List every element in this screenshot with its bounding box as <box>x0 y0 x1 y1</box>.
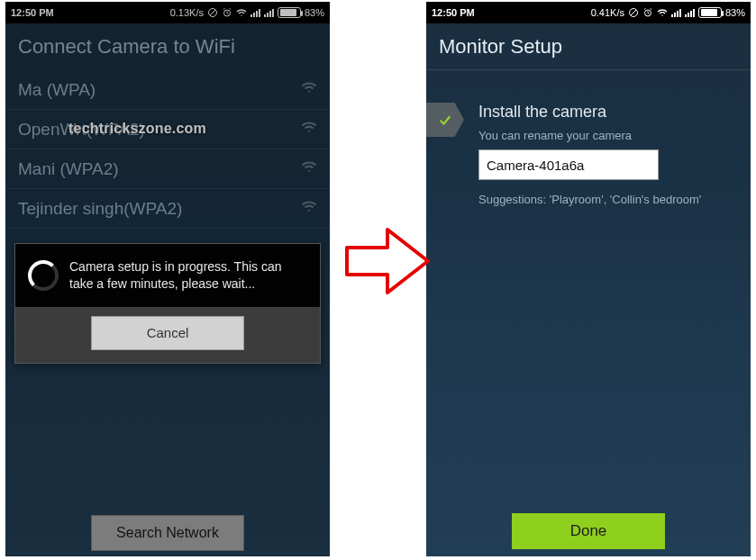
wifi-icon <box>657 7 668 18</box>
spinner-icon <box>28 260 59 291</box>
phone-monitor-setup: 12:50 PM 0.41K/s 83% Monitor Setup Insta… <box>426 2 751 556</box>
cancel-button[interactable]: Cancel <box>91 316 244 350</box>
dialog-footer: Cancel <box>15 307 320 363</box>
page-title-text: Monitor Setup <box>439 35 562 59</box>
camera-name-input[interactable] <box>478 149 659 180</box>
page-title: Monitor Setup <box>426 23 751 70</box>
alarm-icon <box>642 7 653 18</box>
flow-arrow-icon <box>342 221 433 302</box>
install-camera-form: Install the camera You can rename your c… <box>478 103 738 206</box>
svg-line-12 <box>644 9 646 10</box>
search-network-button[interactable]: Search Network <box>91 515 244 551</box>
done-button[interactable]: Done <box>512 513 665 549</box>
check-icon <box>437 112 453 128</box>
status-time: 12:50 PM <box>432 7 475 18</box>
phone-connect-wifi: 12:50 PM 0.13K/s 83% Connect Camera to W… <box>5 2 330 556</box>
status-speed: 0.41K/s <box>591 7 624 18</box>
signal-1-icon <box>671 8 681 17</box>
dnd-icon <box>628 7 639 18</box>
form-suggestions: Suggestions: 'Playroom', 'Collin's bedro… <box>478 193 738 206</box>
battery-pct: 83% <box>725 7 745 18</box>
status-bar: 12:50 PM 0.41K/s 83% <box>426 2 751 23</box>
svg-line-8 <box>631 10 636 15</box>
svg-line-11 <box>648 14 650 14</box>
dialog-message: Camera setup is in progress. This can ta… <box>69 258 307 293</box>
form-subtitle: You can rename your camera <box>478 129 738 142</box>
svg-line-13 <box>650 9 651 10</box>
step-complete-tab <box>426 103 464 137</box>
dialog-body: Camera setup is in progress. This can ta… <box>15 244 320 307</box>
battery-icon <box>698 7 722 18</box>
progress-dialog: Camera setup is in progress. This can ta… <box>14 243 321 364</box>
status-right: 0.41K/s 83% <box>591 7 745 18</box>
signal-2-icon <box>685 8 695 17</box>
form-title: Install the camera <box>478 103 738 122</box>
